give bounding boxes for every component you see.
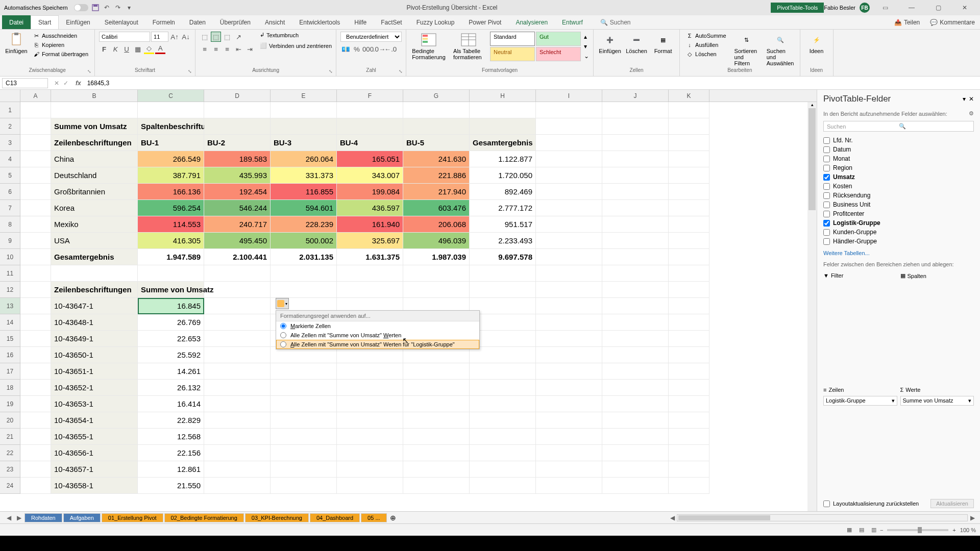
cell[interactable]: 603.476 <box>403 200 470 216</box>
field-item[interactable]: Lfd. Nr. <box>823 136 974 145</box>
copy-button[interactable]: ⎘Kopieren <box>31 41 90 49</box>
select-all-corner[interactable] <box>0 90 20 102</box>
cell[interactable] <box>271 380 337 396</box>
cell[interactable]: 16.845 <box>138 298 204 314</box>
hscroll-left-icon[interactable]: ◀ <box>668 513 677 522</box>
cell[interactable] <box>20 380 51 396</box>
cell[interactable]: 241.630 <box>403 151 470 167</box>
paste-button[interactable]: Einfügen <box>4 32 29 58</box>
field-checkbox[interactable] <box>823 202 830 208</box>
row-header[interactable]: 6 <box>0 184 20 200</box>
style-neutral[interactable]: Neutral <box>490 47 535 61</box>
styles-more-icon[interactable]: ⌄ <box>584 53 589 60</box>
cell[interactable] <box>271 461 337 478</box>
qat-dropdown-icon[interactable]: ▾ <box>125 4 133 12</box>
cell[interactable] <box>602 151 669 167</box>
col-header[interactable]: B <box>51 90 138 102</box>
field-checkbox[interactable] <box>823 220 830 227</box>
cell[interactable]: 166.136 <box>138 184 204 200</box>
row-header[interactable]: 23 <box>0 461 20 478</box>
cell[interactable]: 10-43657-1 <box>51 461 138 478</box>
cell[interactable] <box>536 282 602 298</box>
cell[interactable]: 331.373 <box>271 167 337 184</box>
popup-radio-3[interactable] <box>280 341 286 347</box>
hscroll-right-icon[interactable]: ▶ <box>968 513 977 522</box>
cell[interactable] <box>669 314 709 331</box>
cell[interactable]: 10-43652-1 <box>51 380 138 396</box>
row-header[interactable]: 22 <box>0 445 20 461</box>
cell[interactable] <box>470 461 536 478</box>
autosum-button[interactable]: ΣAutoSumme <box>684 32 728 40</box>
field-checkbox[interactable] <box>823 238 830 245</box>
row-header[interactable]: 17 <box>0 363 20 380</box>
row-header[interactable]: 14 <box>0 314 20 331</box>
cell[interactable] <box>20 135 51 151</box>
page-break-view-icon[interactable]: ▥ <box>868 525 880 535</box>
row-header[interactable]: 10 <box>0 249 20 265</box>
cell[interactable]: 116.855 <box>271 184 337 200</box>
number-format-select[interactable]: Benutzerdefiniert <box>340 32 402 42</box>
field-item[interactable]: Händler-Gruppe <box>823 237 974 246</box>
cell[interactable]: Zeilenbeschriftungen <box>51 135 138 151</box>
decrease-font-icon[interactable]: A↓ <box>181 32 191 42</box>
cell[interactable] <box>20 118 51 135</box>
tab-help[interactable]: Hilfe <box>347 15 374 29</box>
sheet-tab[interactable]: 02_Bedingte Formatierung <box>164 513 244 522</box>
cell[interactable] <box>20 282 51 298</box>
clipboard-launcher-icon[interactable]: ⤡ <box>87 69 93 75</box>
field-item[interactable]: Rücksendung <box>823 191 974 200</box>
cell[interactable] <box>20 200 51 216</box>
cell[interactable] <box>204 445 271 461</box>
cell[interactable] <box>470 265 536 282</box>
layout-gear-icon[interactable]: ⚙ <box>969 110 974 117</box>
cell[interactable] <box>536 412 602 429</box>
cell[interactable] <box>536 200 602 216</box>
align-launcher-icon[interactable]: ⤡ <box>329 69 335 75</box>
cell[interactable] <box>337 380 403 396</box>
border-button[interactable]: ▦ <box>133 44 143 54</box>
field-item[interactable]: Monat <box>823 154 974 163</box>
accept-formula-icon[interactable]: ✓ <box>63 80 68 87</box>
cell[interactable] <box>669 412 709 429</box>
cell[interactable] <box>20 167 51 184</box>
row-header[interactable]: 19 <box>0 396 20 412</box>
delete-cells-button[interactable]: ➖Löschen <box>624 32 649 55</box>
fx-icon[interactable]: fx <box>72 80 84 87</box>
cell[interactable] <box>470 445 536 461</box>
tab-analyze[interactable]: Analysieren <box>508 15 555 29</box>
cell[interactable] <box>669 135 709 151</box>
cell[interactable]: 2.777.172 <box>470 200 536 216</box>
fill-button[interactable]: ↓Ausfüllen <box>684 41 728 49</box>
formula-input[interactable] <box>84 79 980 88</box>
cell[interactable]: BU-1 <box>138 135 204 151</box>
page-layout-view-icon[interactable]: ▤ <box>855 525 868 535</box>
cell[interactable]: 496.039 <box>403 233 470 249</box>
field-checkbox[interactable] <box>823 192 830 199</box>
redo-icon[interactable]: ↷ <box>114 4 122 12</box>
cell[interactable]: BU-2 <box>204 135 271 151</box>
align-top-icon[interactable]: ⬚ <box>200 32 210 42</box>
sheet-tab[interactable]: 03_KPI-Berechnung <box>245 513 309 522</box>
row-header[interactable]: 21 <box>0 429 20 445</box>
cell[interactable]: 325.697 <box>337 233 403 249</box>
field-item[interactable]: Umsatz <box>823 172 974 182</box>
font-color-button[interactable]: A <box>155 44 165 54</box>
col-header[interactable]: A <box>20 90 51 102</box>
cell[interactable] <box>470 282 536 298</box>
format-painter-button[interactable]: 🖌Format übertragen <box>31 50 90 58</box>
tab-fuzzy[interactable]: Fuzzy Lookup <box>409 15 462 29</box>
cell[interactable] <box>602 265 669 282</box>
font-size-select[interactable] <box>151 32 168 42</box>
cell[interactable] <box>602 298 669 314</box>
row-header[interactable]: 20 <box>0 412 20 429</box>
cell[interactable]: 10-43656-1 <box>51 445 138 461</box>
cell[interactable]: 10-43658-1 <box>51 478 138 494</box>
cell[interactable] <box>337 461 403 478</box>
cell[interactable] <box>470 102 536 118</box>
popup-option-all-values[interactable]: Alle Zellen mit "Summe von Umsatz" Werte… <box>276 331 479 340</box>
tab-file[interactable]: Datei <box>2 15 31 29</box>
close-icon[interactable]: ✕ <box>953 1 976 15</box>
cell[interactable]: 192.454 <box>204 184 271 200</box>
cell[interactable]: 10-43654-1 <box>51 412 138 429</box>
cell[interactable] <box>602 102 669 118</box>
